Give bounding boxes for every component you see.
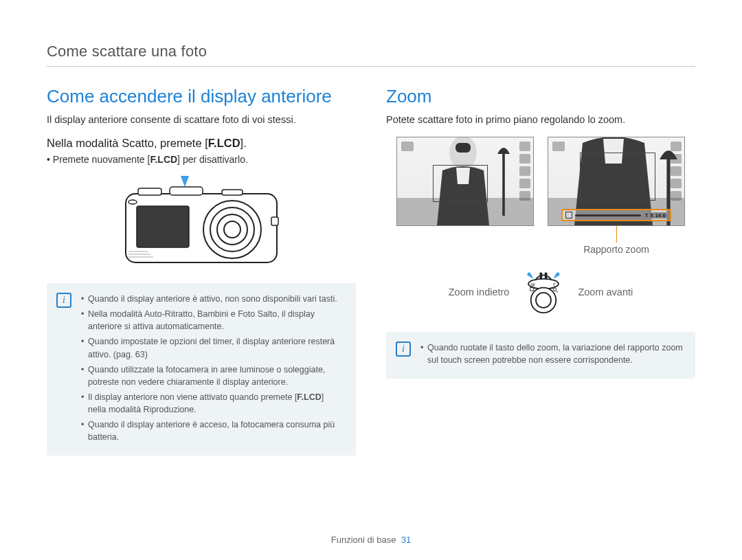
osd-icon [671,154,682,164]
mode-icon [552,142,565,151]
osd-icons [519,142,530,201]
osd-icon [519,154,530,164]
zoom-preview-row: T X 14.0 Rapporto zoom [386,137,695,255]
zoom-bar-track [575,214,641,216]
left-notes-list: Quando il display anteriore è attivo, no… [81,293,344,443]
footer-section: Funzioni di base [331,535,396,545]
zoom-out-label: Zoom indietro [449,287,510,298]
svg-point-9 [224,221,240,238]
content-columns: Come accendere il display anteriore Il d… [47,86,695,456]
preview-wide-wrap [396,137,534,255]
focus-rectangle [580,153,655,201]
svg-line-27 [556,291,559,293]
svg-point-15 [449,137,477,169]
info-icon: i [56,293,71,308]
svg-rect-2 [138,188,161,195]
preview-wide [396,137,534,226]
right-lead-text: Potete scattare foto in primo piano rego… [386,113,695,127]
flcd-key-again: F.LCD [150,154,177,165]
camera-svg [112,175,291,271]
step-text: Nella modalità Scatto, premete [47,137,205,149]
preview-tele-wrap: T X 14.0 Rapporto zoom [548,137,685,255]
svg-rect-10 [271,217,278,225]
lamp-icon [497,142,510,216]
left-section-title: Come accendere il display anteriore [47,86,356,107]
zoom-bar-value: T X 14.0 [644,212,667,219]
osd-icon [519,166,530,176]
svg-rect-16 [456,143,471,153]
left-note-item: Quando utilizzate la fotocamera in aree … [81,363,344,388]
right-note-item: Quando ruotate il tasto dello zoom, la v… [420,341,683,366]
svg-rect-21 [545,273,548,279]
right-info-box: i Quando ruotate il tasto dello zoom, la… [386,332,695,379]
svg-text:T: T [553,282,556,287]
osd-icons [671,142,682,201]
zoom-dial-row: Zoom indietro W T Zoom avanti [386,270,695,314]
flcd-key-inline: F.LCD [297,392,321,402]
page-footer: Funzioni di base 31 [0,535,742,545]
bullet-suffix: per disattivarlo. [180,154,248,165]
osd-icon [671,179,682,188]
left-info-box: i Quando il display anteriore è attivo, … [47,283,356,456]
focus-rectangle [433,165,488,202]
footer-page-number: 31 [401,535,411,545]
header-rule [47,66,695,67]
osd-icon [671,166,682,176]
left-note-item: Quando il display anteriore è attivo, no… [81,293,344,305]
zoom-in-label: Zoom avanti [578,287,633,298]
bullet-prefix: Premete nuovamente [53,154,148,165]
flcd-key: F.LCD [208,137,240,149]
shooting-step: Nella modalità Scatto, premete [F.LCD]. [47,137,356,150]
zoom-dial-icon: W T [521,270,565,314]
osd-icon [671,191,682,201]
left-column: Come accendere il display anteriore Il d… [47,86,356,456]
zoom-ratio-caption: Rapporto zoom [583,244,649,255]
osd-icon [519,179,530,188]
zoom-bar-indicator: T X 14.0 [561,209,671,221]
svg-rect-5 [137,206,189,247]
osd-icon [519,191,530,201]
down-arrow-icon [181,176,189,187]
preview-tele: T X 14.0 [548,137,685,226]
svg-rect-14 [502,154,505,216]
callout-pointer [616,225,617,243]
page: Come scattare una foto Come accendere il… [0,0,742,560]
zoom-bar-box-icon [565,212,572,219]
osd-icon [519,142,530,151]
info-icon: i [396,341,411,357]
svg-point-29 [536,293,551,308]
svg-rect-20 [540,273,543,279]
svg-rect-3 [170,187,203,195]
svg-rect-4 [222,190,243,195]
right-section-title: Zoom [386,86,695,107]
step-suffix: . [243,137,247,149]
right-notes-list: Quando ruotate il tasto dello zoom, la v… [420,341,683,366]
left-note-item: Quando impostate le opzioni del timer, i… [81,335,344,360]
deactivate-bullet: Premete nuovamente [F.LCD] per disattiva… [47,154,356,165]
osd-icon [671,142,682,151]
svg-point-26 [554,288,557,291]
left-note-item: Quando il display anteriore è acceso, la… [81,418,344,443]
mode-icon [401,142,414,151]
left-lead-text: Il display anteriore consente di scattar… [47,113,356,127]
svg-text:W: W [531,282,536,287]
left-note-item: Il display anteriore non viene attivato … [81,391,344,416]
camera-illustration [47,175,356,271]
breadcrumb: Come scattare una foto [47,43,695,60]
left-note-item: Nella modalità Auto-Ritratto, Bambini e … [81,308,344,333]
left-note-text: Il display anteriore non viene attivato … [88,392,324,414]
right-column: Zoom Potete scattare foto in primo piano… [386,86,695,456]
